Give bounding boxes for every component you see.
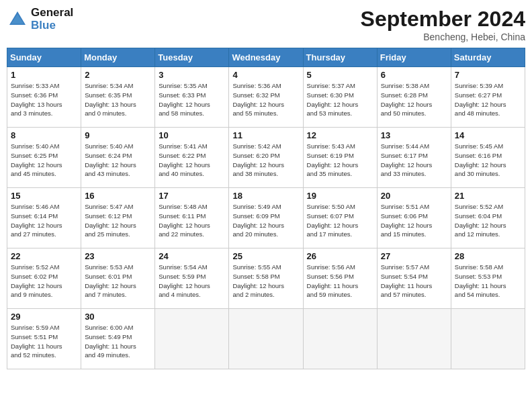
day-info: Sunrise: 5:56 AMSunset: 5:56 PMDaylight:… (307, 263, 373, 300)
day-number: 5 (307, 70, 373, 80)
calendar-cell (377, 309, 451, 369)
calendar-cell: 28Sunrise: 5:58 AMSunset: 5:53 PMDayligh… (451, 248, 525, 309)
logo-text: General Blue (31, 7, 73, 32)
day-number: 13 (381, 130, 447, 140)
calendar-cell: 20Sunrise: 5:51 AMSunset: 6:06 PMDayligh… (377, 188, 451, 248)
col-header-saturday: Saturday (451, 48, 525, 67)
day-number: 14 (455, 130, 521, 140)
day-number: 21 (455, 191, 521, 201)
day-info: Sunrise: 5:33 AMSunset: 6:36 PMDaylight:… (11, 81, 77, 118)
calendar-cell: 18Sunrise: 5:49 AMSunset: 6:09 PMDayligh… (229, 188, 303, 248)
calendar-cell: 26Sunrise: 5:56 AMSunset: 5:56 PMDayligh… (303, 248, 377, 309)
month-title: September 2024 (361, 7, 525, 32)
day-number: 29 (11, 312, 77, 322)
calendar-cell: 1Sunrise: 5:33 AMSunset: 6:36 PMDaylight… (7, 67, 81, 128)
day-number: 1 (11, 70, 77, 80)
day-info: Sunrise: 5:54 AMSunset: 5:59 PMDaylight:… (159, 263, 225, 300)
calendar-cell: 7Sunrise: 5:39 AMSunset: 6:27 PMDaylight… (451, 67, 525, 128)
day-info: Sunrise: 5:51 AMSunset: 6:06 PMDaylight:… (381, 202, 447, 239)
day-number: 6 (381, 70, 447, 80)
col-header-sunday: Sunday (7, 48, 81, 67)
day-number: 18 (232, 191, 299, 201)
calendar-cell: 5Sunrise: 5:37 AMSunset: 6:30 PMDaylight… (303, 67, 377, 128)
day-number: 16 (85, 191, 151, 201)
day-info: Sunrise: 5:46 AMSunset: 6:14 PMDaylight:… (11, 202, 77, 239)
calendar-cell: 22Sunrise: 5:52 AMSunset: 6:02 PMDayligh… (7, 248, 81, 309)
day-info: Sunrise: 5:58 AMSunset: 5:53 PMDaylight:… (455, 263, 521, 300)
calendar-cell: 2Sunrise: 5:34 AMSunset: 6:35 PMDaylight… (81, 67, 155, 128)
calendar-row: 15Sunrise: 5:46 AMSunset: 6:14 PMDayligh… (7, 188, 525, 248)
calendar-cell: 27Sunrise: 5:57 AMSunset: 5:54 PMDayligh… (377, 248, 451, 309)
calendar-table: SundayMondayTuesdayWednesdayThursdayFrid… (7, 48, 525, 369)
day-info: Sunrise: 5:45 AMSunset: 6:16 PMDaylight:… (455, 142, 521, 179)
calendar-cell (451, 309, 525, 369)
day-info: Sunrise: 5:52 AMSunset: 6:02 PMDaylight:… (11, 263, 77, 300)
day-info: Sunrise: 5:50 AMSunset: 6:07 PMDaylight:… (307, 202, 373, 239)
day-number: 11 (232, 130, 299, 140)
day-number: 20 (381, 191, 447, 201)
day-number: 30 (85, 312, 151, 322)
calendar-cell: 21Sunrise: 5:52 AMSunset: 6:04 PMDayligh… (451, 188, 525, 248)
day-number: 28 (455, 251, 521, 261)
day-info: Sunrise: 5:47 AMSunset: 6:12 PMDaylight:… (85, 202, 151, 239)
calendar-cell: 10Sunrise: 5:41 AMSunset: 6:22 PMDayligh… (155, 128, 229, 188)
calendar-cell: 9Sunrise: 5:40 AMSunset: 6:24 PMDaylight… (81, 128, 155, 188)
calendar-cell: 23Sunrise: 5:53 AMSunset: 6:01 PMDayligh… (81, 248, 155, 309)
day-info: Sunrise: 5:35 AMSunset: 6:33 PMDaylight:… (159, 81, 225, 118)
day-info: Sunrise: 5:41 AMSunset: 6:22 PMDaylight:… (159, 142, 225, 179)
calendar-cell (303, 309, 377, 369)
day-number: 3 (159, 70, 225, 80)
day-number: 7 (455, 70, 521, 80)
col-header-monday: Monday (81, 48, 155, 67)
calendar-cell: 4Sunrise: 5:36 AMSunset: 6:32 PMDaylight… (229, 67, 303, 128)
calendar-cell: 30Sunrise: 6:00 AMSunset: 5:49 PMDayligh… (81, 309, 155, 369)
day-number: 27 (381, 251, 447, 261)
calendar-cell: 19Sunrise: 5:50 AMSunset: 6:07 PMDayligh… (303, 188, 377, 248)
calendar-cell: 3Sunrise: 5:35 AMSunset: 6:33 PMDaylight… (155, 67, 229, 128)
day-info: Sunrise: 5:44 AMSunset: 6:17 PMDaylight:… (381, 142, 447, 179)
day-info: Sunrise: 5:34 AMSunset: 6:35 PMDaylight:… (85, 81, 151, 118)
day-info: Sunrise: 5:57 AMSunset: 5:54 PMDaylight:… (381, 263, 447, 300)
col-header-wednesday: Wednesday (229, 48, 303, 67)
day-number: 24 (159, 251, 225, 261)
title-block: September 2024 Bencheng, Hebei, China (361, 7, 525, 42)
calendar-cell: 17Sunrise: 5:48 AMSunset: 6:11 PMDayligh… (155, 188, 229, 248)
day-number: 15 (11, 191, 77, 201)
day-number: 2 (85, 70, 151, 80)
page-header: General Blue September 2024 Bencheng, He… (7, 7, 525, 42)
calendar-cell: 6Sunrise: 5:38 AMSunset: 6:28 PMDaylight… (377, 67, 451, 128)
day-number: 10 (159, 130, 225, 140)
day-info: Sunrise: 5:36 AMSunset: 6:32 PMDaylight:… (232, 81, 299, 118)
logo: General Blue (7, 7, 73, 32)
calendar-cell: 14Sunrise: 5:45 AMSunset: 6:16 PMDayligh… (451, 128, 525, 188)
day-info: Sunrise: 5:40 AMSunset: 6:24 PMDaylight:… (85, 142, 151, 179)
calendar-cell (229, 309, 303, 369)
day-info: Sunrise: 5:48 AMSunset: 6:11 PMDaylight:… (159, 202, 225, 239)
calendar-cell: 25Sunrise: 5:55 AMSunset: 5:58 PMDayligh… (229, 248, 303, 309)
calendar-cell: 29Sunrise: 5:59 AMSunset: 5:51 PMDayligh… (7, 309, 81, 369)
day-info: Sunrise: 5:40 AMSunset: 6:25 PMDaylight:… (11, 142, 77, 179)
calendar-cell: 12Sunrise: 5:43 AMSunset: 6:19 PMDayligh… (303, 128, 377, 188)
day-info: Sunrise: 5:42 AMSunset: 6:20 PMDaylight:… (232, 142, 299, 179)
logo-icon (7, 9, 28, 30)
day-number: 22 (11, 251, 77, 261)
col-header-thursday: Thursday (303, 48, 377, 67)
day-number: 19 (307, 191, 373, 201)
calendar-cell (155, 309, 229, 369)
day-number: 4 (232, 70, 299, 80)
day-number: 23 (85, 251, 151, 261)
day-info: Sunrise: 5:59 AMSunset: 5:51 PMDaylight:… (11, 323, 77, 360)
day-info: Sunrise: 5:49 AMSunset: 6:09 PMDaylight:… (232, 202, 299, 239)
calendar-row: 8Sunrise: 5:40 AMSunset: 6:25 PMDaylight… (7, 128, 525, 188)
day-info: Sunrise: 5:43 AMSunset: 6:19 PMDaylight:… (307, 142, 373, 179)
calendar-row: 22Sunrise: 5:52 AMSunset: 6:02 PMDayligh… (7, 248, 525, 309)
day-number: 8 (11, 130, 77, 140)
location: Bencheng, Hebei, China (361, 32, 525, 42)
day-number: 9 (85, 130, 151, 140)
calendar-cell: 13Sunrise: 5:44 AMSunset: 6:17 PMDayligh… (377, 128, 451, 188)
calendar-cell: 15Sunrise: 5:46 AMSunset: 6:14 PMDayligh… (7, 188, 81, 248)
calendar-cell: 24Sunrise: 5:54 AMSunset: 5:59 PMDayligh… (155, 248, 229, 309)
calendar-cell: 16Sunrise: 5:47 AMSunset: 6:12 PMDayligh… (81, 188, 155, 248)
day-info: Sunrise: 5:37 AMSunset: 6:30 PMDaylight:… (307, 81, 373, 118)
day-number: 12 (307, 130, 373, 140)
